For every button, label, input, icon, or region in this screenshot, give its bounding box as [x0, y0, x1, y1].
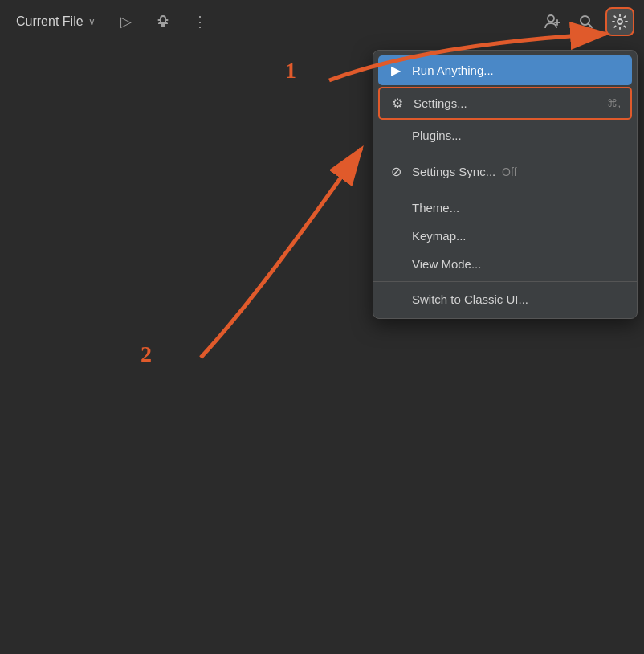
menu-item-icon-settings-sync: ⊘ [388, 164, 404, 179]
menu-item-icon-settings: ⚙ [389, 96, 406, 111]
menu-item-label-run-anything: Run Anything... [412, 63, 622, 77]
svg-point-0 [548, 15, 554, 22]
menu-item-settings[interactable]: ⚙Settings...⌘, [378, 87, 632, 120]
dropdown-menu: ▶Run Anything...⚙Settings...⌘,Plugins...… [373, 50, 638, 319]
run-icon: ▷ [120, 13, 132, 31]
menu-divider [373, 190, 637, 190]
menu-item-label-plugins: Plugins... [412, 129, 622, 142]
annotation-label-1: 1 [285, 58, 296, 84]
menu-item-run-anything[interactable]: ▶Run Anything... [378, 55, 632, 85]
menu-item-classic-ui[interactable]: Switch to Classic UI... [373, 285, 637, 313]
annotation-label-2: 2 [141, 341, 152, 367]
chevron-down-icon: ∨ [88, 16, 96, 27]
menu-divider [373, 153, 637, 153]
toolbar: Current File ∨ ▷ ⋮ [0, 0, 644, 43]
debug-icon [155, 14, 171, 30]
current-file-label: Current File [16, 14, 84, 29]
menu-item-keymap[interactable]: Keymap... [373, 222, 637, 250]
toolbar-right [538, 7, 634, 36]
menu-item-label-theme: Theme... [412, 201, 622, 215]
menu-item-theme[interactable]: Theme... [373, 194, 637, 222]
debug-button[interactable] [150, 9, 176, 35]
add-user-button[interactable] [538, 7, 567, 36]
search-icon [577, 13, 595, 31]
settings-button[interactable] [605, 7, 634, 36]
settings-icon [611, 13, 629, 31]
toolbar-left: Current File ∨ ▷ ⋮ [10, 9, 213, 35]
run-button[interactable]: ▷ [113, 9, 139, 35]
menu-item-label-keymap: Keymap... [412, 229, 622, 243]
search-button[interactable] [572, 7, 601, 36]
menu-item-icon-run-anything: ▶ [388, 63, 404, 78]
menu-item-settings-sync[interactable]: ⊘Settings Sync... Off [373, 157, 637, 186]
menu-item-shortcut-settings: ⌘, [607, 97, 621, 109]
svg-point-2 [618, 19, 622, 24]
menu-item-suffix-settings-sync: Off [499, 166, 516, 178]
menu-item-view-mode[interactable]: View Mode... [373, 250, 637, 278]
menu-item-label-classic-ui: Switch to Classic UI... [412, 292, 622, 306]
menu-item-label-view-mode: View Mode... [412, 257, 622, 271]
menu-item-label-settings-sync: Settings Sync... Off [412, 165, 622, 178]
menu-item-plugins[interactable]: Plugins... [373, 121, 637, 149]
more-button[interactable]: ⋮ [187, 9, 213, 35]
more-icon: ⋮ [193, 13, 207, 31]
menu-item-label-settings: Settings... [414, 96, 599, 110]
current-file-button[interactable]: Current File ∨ [10, 11, 102, 32]
menu-divider [373, 281, 637, 282]
add-user-icon [544, 13, 561, 31]
